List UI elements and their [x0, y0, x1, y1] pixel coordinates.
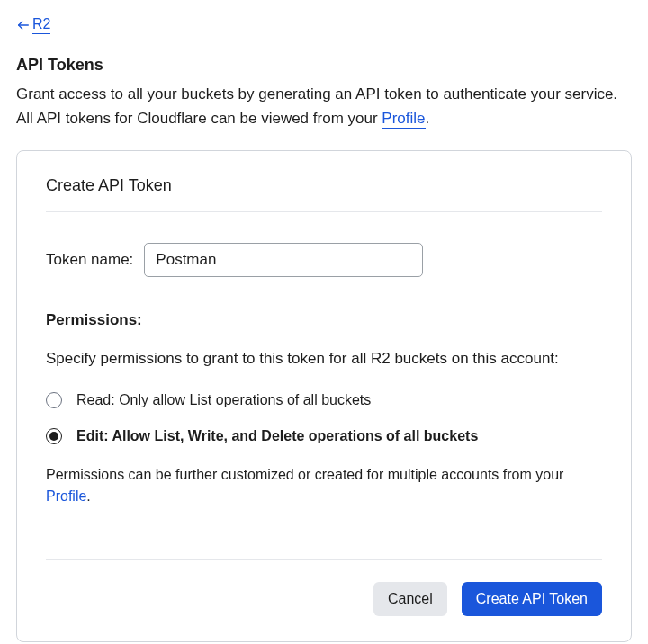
breadcrumb-link[interactable]: R2 — [32, 16, 50, 34]
page-description-text: Grant access to all your buckets by gene… — [16, 85, 617, 127]
permission-option-edit[interactable]: Edit: Allow List, Write, and Delete oper… — [46, 428, 602, 444]
radio-icon-selected — [46, 428, 62, 444]
arrow-left-icon — [16, 18, 31, 32]
permission-option-read-label: Read: Only allow List operations of all … — [76, 392, 371, 408]
permissions-hint: Specify permissions to grant to this tok… — [46, 347, 602, 371]
page-description: Grant access to all your buckets by gene… — [16, 82, 632, 130]
page-title: API Tokens — [16, 56, 632, 75]
divider — [46, 211, 602, 212]
profile-link[interactable]: Profile — [382, 110, 425, 129]
footnote-profile-link[interactable]: Profile — [46, 488, 86, 505]
footnote-suffix: . — [86, 488, 90, 504]
cancel-button[interactable]: Cancel — [374, 582, 447, 616]
token-name-label: Token name: — [46, 251, 133, 269]
create-api-token-button[interactable]: Create API Token — [462, 582, 602, 616]
permission-option-edit-label: Edit: Allow List, Write, and Delete oper… — [76, 428, 478, 444]
actions-row: Cancel Create API Token — [46, 582, 602, 616]
footnote-text: Permissions can be further customized or… — [46, 467, 563, 482]
permission-option-read[interactable]: Read: Only allow List operations of all … — [46, 392, 602, 408]
token-name-input[interactable] — [144, 243, 423, 277]
radio-icon — [46, 392, 62, 408]
breadcrumb[interactable]: R2 — [16, 16, 50, 34]
radio-dot-icon — [50, 432, 58, 441]
page-description-suffix: . — [426, 110, 430, 127]
create-token-card: Create API Token Token name: Permissions… — [16, 150, 632, 642]
divider — [46, 559, 602, 560]
card-title: Create API Token — [46, 176, 602, 195]
token-name-row: Token name: — [46, 243, 602, 277]
permissions-footnote: Permissions can be further customized or… — [46, 464, 602, 507]
permissions-label: Permissions: — [46, 311, 602, 329]
